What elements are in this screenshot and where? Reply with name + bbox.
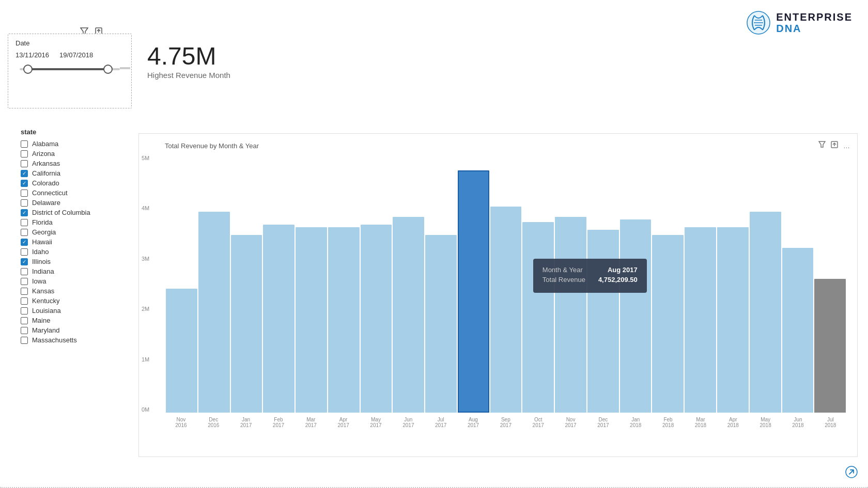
chart-more-icon[interactable]: … — [843, 142, 850, 150]
state-label: Kentucky — [32, 297, 59, 305]
chart-filter-icon[interactable] — [818, 141, 826, 150]
y-axis-label: 1M — [142, 356, 149, 363]
state-item[interactable]: Idaho — [21, 248, 124, 256]
state-item[interactable]: Alabama — [21, 140, 124, 148]
state-item[interactable]: Colorado — [21, 179, 124, 187]
state-item[interactable]: Kansas — [21, 287, 124, 295]
x-axis-label: Apr2018 — [720, 417, 746, 428]
bar-wrap[interactable] — [490, 155, 522, 413]
state-item[interactable]: Iowa — [21, 277, 124, 285]
state-checkbox — [21, 209, 28, 216]
state-item[interactable]: California — [21, 169, 124, 177]
bar-wrap[interactable] — [555, 155, 586, 413]
chart-toolbar: … — [818, 141, 850, 150]
bar-wrap[interactable] — [717, 155, 749, 413]
state-item[interactable]: Maine — [21, 317, 124, 324]
bar-wrap[interactable] — [587, 155, 619, 413]
bar[interactable] — [555, 217, 586, 413]
bar-wrap[interactable] — [652, 155, 684, 413]
state-label: Alabama — [32, 140, 58, 148]
state-label: Kansas — [32, 287, 54, 295]
bar[interactable] — [717, 227, 749, 413]
state-label: Colorado — [32, 179, 59, 187]
state-checkbox — [21, 190, 28, 197]
date-slider-track[interactable] — [20, 68, 120, 70]
bar[interactable] — [296, 227, 327, 413]
date-filter-label: Date — [16, 39, 124, 47]
metric-label: Highest Revenue Month — [147, 71, 230, 80]
bar[interactable] — [231, 235, 262, 413]
bar-wrap[interactable] — [198, 155, 230, 413]
date-filter-widget: Date 13/11/2016 19/07/2018 — [8, 34, 132, 108]
state-item[interactable]: Hawaii — [21, 238, 124, 246]
state-item[interactable]: Delaware — [21, 199, 124, 207]
state-item[interactable]: Indiana — [21, 267, 124, 275]
bar[interactable] — [587, 230, 619, 413]
state-filter-title: state — [21, 128, 124, 136]
bar-wrap[interactable] — [296, 155, 327, 413]
bar-wrap[interactable] — [263, 155, 295, 413]
bar[interactable] — [458, 170, 489, 413]
bar[interactable] — [652, 235, 684, 413]
bar-wrap[interactable] — [782, 155, 814, 413]
date-slider-thumb-left[interactable] — [23, 65, 33, 74]
x-axis-label: May2018 — [753, 417, 779, 428]
bar[interactable] — [522, 222, 554, 413]
state-checkbox — [21, 297, 28, 305]
bar[interactable] — [263, 225, 295, 413]
bar[interactable] — [782, 248, 814, 413]
bar-wrap[interactable] — [750, 155, 781, 413]
state-item[interactable]: Georgia — [21, 228, 124, 236]
x-axis-label: Feb2017 — [266, 417, 291, 428]
state-item[interactable]: Kentucky — [21, 297, 124, 305]
bar-wrap[interactable] — [458, 155, 489, 413]
state-checkbox — [21, 150, 28, 158]
x-axis-label: Jul2018 — [817, 417, 843, 428]
bar[interactable] — [198, 212, 230, 413]
state-item[interactable]: Illinois — [21, 258, 124, 265]
state-label: Connecticut — [32, 189, 68, 197]
state-item[interactable]: Maryland — [21, 326, 124, 334]
state-item[interactable]: District of Columbia — [21, 209, 124, 216]
bar-wrap[interactable] — [522, 155, 554, 413]
state-item[interactable]: Arkansas — [21, 160, 124, 167]
bar-wrap[interactable] — [814, 155, 846, 413]
x-axis-label: Oct2017 — [525, 417, 551, 428]
bar-wrap[interactable] — [361, 155, 392, 413]
bar[interactable] — [490, 207, 522, 413]
state-checkbox — [21, 140, 28, 148]
x-axis-label: Jun2018 — [785, 417, 811, 428]
state-item[interactable]: Connecticut — [21, 189, 124, 197]
date-range-values: 13/11/2016 19/07/2018 — [16, 51, 124, 59]
state-checkbox — [21, 268, 28, 275]
bar-wrap[interactable] — [620, 155, 652, 413]
bar[interactable] — [750, 212, 781, 413]
x-axis-label: Mar2017 — [298, 417, 324, 428]
x-axis-label: Apr2017 — [331, 417, 357, 428]
state-item[interactable]: Arizona — [21, 150, 124, 158]
bar-wrap[interactable] — [425, 155, 457, 413]
bar[interactable] — [620, 219, 652, 413]
state-item[interactable]: Massachusetts — [21, 336, 124, 344]
bar-wrap[interactable] — [685, 155, 716, 413]
state-item[interactable]: Florida — [21, 218, 124, 226]
bar[interactable] — [166, 289, 197, 413]
state-label: Illinois — [32, 258, 51, 265]
state-item[interactable]: Louisiana — [21, 307, 124, 314]
state-checkbox — [21, 199, 28, 207]
bar[interactable] — [328, 227, 360, 413]
bar-wrap[interactable] — [231, 155, 262, 413]
chart-export-icon[interactable] — [831, 141, 838, 150]
bar-wrap[interactable] — [328, 155, 360, 413]
bar[interactable] — [361, 225, 392, 413]
bar-wrap[interactable] — [166, 155, 197, 413]
state-checkbox — [21, 219, 28, 226]
bar[interactable] — [393, 217, 424, 413]
bar[interactable] — [425, 235, 457, 413]
bar-wrap[interactable] — [393, 155, 424, 413]
bar[interactable] — [685, 227, 716, 413]
date-slider-thumb-right[interactable] — [103, 65, 113, 74]
subscribe-icon[interactable] — [845, 466, 858, 481]
x-axis-label: Jun2017 — [395, 417, 421, 428]
bar[interactable] — [814, 279, 846, 413]
